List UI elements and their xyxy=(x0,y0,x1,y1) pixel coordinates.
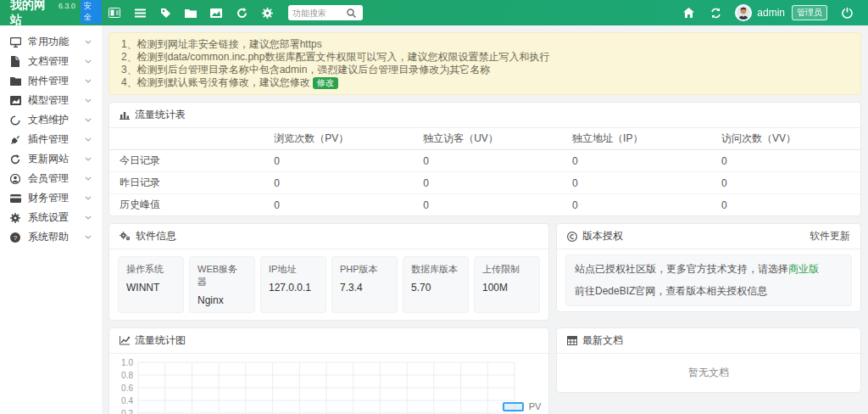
traffic-chart-panel: 流量统计图 1.00.80.60.40.20-0.2-0.4-0.6-0.8-1… xyxy=(108,327,549,414)
info-card-php: PHP版本 7.3.4 xyxy=(331,256,398,313)
list-icon[interactable] xyxy=(127,0,153,25)
user-avatar[interactable] xyxy=(735,4,752,21)
sidebar-item-label: 系统帮助 xyxy=(28,230,85,244)
chevron-down-icon xyxy=(85,98,92,103)
refresh-icon[interactable] xyxy=(229,0,254,25)
panel-title: 版本授权 xyxy=(582,229,623,243)
table-row: 历史峰值 0 0 0 0 xyxy=(109,194,860,216)
svg-text:1.0: 1.0 xyxy=(121,358,133,367)
col-header-uv: 独立访客（UV） xyxy=(413,128,562,150)
cell-value: 0 xyxy=(562,172,711,194)
software-info-header: 软件信息 xyxy=(109,224,548,249)
sidebar-item-label: 更新网站 xyxy=(28,152,85,166)
user-icon xyxy=(10,174,22,184)
cell-value: 0 xyxy=(413,172,562,194)
copyright-icon xyxy=(567,232,577,242)
row-label: 昨日记录 xyxy=(109,172,264,194)
cell-value: 0 xyxy=(264,150,413,172)
tag-icon[interactable] xyxy=(153,0,178,25)
sidebar-item-plugin-management[interactable]: 插件管理 xyxy=(0,130,102,149)
search-input[interactable] xyxy=(292,8,347,18)
function-search[interactable] xyxy=(288,5,363,20)
logout-power-icon[interactable] xyxy=(834,0,860,25)
col-header-vv: 访问次数（VV） xyxy=(711,128,860,150)
security-badge[interactable]: 安全 xyxy=(81,0,102,24)
sidebar-item-label: 常用功能 xyxy=(28,35,85,49)
sidebar-item-system-settings[interactable]: 系统设置 xyxy=(0,208,102,227)
sidebar-item-system-help[interactable]: ? 系统帮助 xyxy=(0,227,102,247)
software-info-body: 操作系统 WINNT WEB服务器 Nginx IP地址 127.0.0.1 P… xyxy=(109,249,548,320)
settings-icon[interactable] xyxy=(254,0,280,25)
plug-icon xyxy=(10,135,22,145)
legend-swatch xyxy=(503,402,524,411)
cell-value: 0 xyxy=(711,172,860,194)
site-version: 6.3.0 xyxy=(58,2,75,10)
sidebar-item-document-maintenance[interactable]: 文档维护 xyxy=(0,110,102,130)
chart-icon[interactable] xyxy=(203,0,229,25)
sidebar-item-update-site[interactable]: 更新网站 xyxy=(0,149,102,169)
sidebar-item-attachment-management[interactable]: 附件管理 xyxy=(0,71,102,91)
legend-item-pv[interactable]: PV xyxy=(503,401,542,411)
traffic-stats-header: 流量统计表 xyxy=(109,103,860,128)
row-label: 历史峰值 xyxy=(109,194,264,216)
info-card-os: 操作系统 WINNT xyxy=(118,256,184,313)
traffic-stats-panel: 流量统计表 浏览次数（PV） 独立访客（UV） 独立地址（IP） 访问次数（VV… xyxy=(108,102,861,216)
col-header-pv: 浏览次数（PV） xyxy=(264,128,413,150)
sidebar-item-document-management[interactable]: 文档管理 xyxy=(0,52,102,71)
file-icon xyxy=(10,56,22,67)
sidebar-item-label: 财务管理 xyxy=(28,191,85,205)
notice-line: 3、检测到后台管理目录名称中包含admin，强烈建议后台管理目录修改为其它名称 xyxy=(121,64,849,76)
table-header-row: 浏览次数（PV） 独立访客（UV） 独立地址（IP） 访问次数（VV） xyxy=(109,128,860,150)
sidebar-item-label: 系统设置 xyxy=(28,210,85,225)
sidebar-item-label: 模型管理 xyxy=(28,93,85,108)
role-badge: 管理员 xyxy=(792,5,827,20)
folder-icon xyxy=(10,76,22,86)
svg-text:0.6: 0.6 xyxy=(121,383,133,393)
credit-card-icon xyxy=(10,194,22,203)
gears-icon xyxy=(120,232,131,241)
cell-value: 0 xyxy=(413,194,562,216)
sidebar-item-label: 插件管理 xyxy=(28,132,85,147)
sidebar-item-label: 附件管理 xyxy=(28,74,85,88)
question-icon: ? xyxy=(10,232,22,243)
topbar-user-area: admin 管理员 xyxy=(676,0,868,25)
license-line2: 前往DedeBIZ官网，查看版本相关授权信息 xyxy=(575,284,843,299)
sync-icon[interactable] xyxy=(703,0,728,25)
sidebar-item-model-management[interactable]: 模型管理 xyxy=(0,91,102,110)
gear-icon xyxy=(10,213,22,223)
latest-docs-panel: 最新文档 暂无文档 xyxy=(556,327,861,393)
home-icon[interactable] xyxy=(676,0,701,25)
table-icon xyxy=(567,336,577,345)
chevron-down-icon xyxy=(85,59,92,64)
info-card-upload: 上传限制 100M xyxy=(474,256,540,313)
sidebar-item-common-functions[interactable]: 常用功能 xyxy=(0,32,102,52)
panel-title: 流量统计图 xyxy=(135,333,186,348)
site-logo[interactable]: 我的网站 6.3.0 安全 xyxy=(0,0,102,28)
cell-value: 0 xyxy=(264,172,413,194)
fix-button[interactable]: 修改 xyxy=(313,77,338,89)
panel-title: 流量统计表 xyxy=(135,108,186,122)
chevron-down-icon xyxy=(85,157,92,161)
search-icon[interactable] xyxy=(347,8,356,18)
col-header-empty xyxy=(109,128,264,150)
software-update-link[interactable]: 软件更新 xyxy=(810,229,850,243)
folder-icon[interactable] xyxy=(178,0,203,25)
notice-line: 4、检测到默认账号没有修改，建议您修改 修改 xyxy=(121,76,849,89)
chevron-down-icon xyxy=(85,79,92,83)
info-card-webserver: WEB服务器 Nginx xyxy=(189,256,255,313)
svg-text:0.2: 0.2 xyxy=(121,409,133,414)
info-card-db: 数据库版本 5.70 xyxy=(403,256,469,313)
traffic-chart-header: 流量统计图 xyxy=(109,328,548,354)
sidebar-item-member-management[interactable]: 会员管理 xyxy=(0,169,102,188)
traffic-chart-body: 1.00.80.60.40.20-0.2-0.4-0.6-0.8-1.0 PVU… xyxy=(109,354,548,414)
sidebar-item-finance-management[interactable]: 财务管理 xyxy=(0,188,102,208)
collapse-sidebar-icon[interactable] xyxy=(102,0,127,25)
traffic-stats-table: 浏览次数（PV） 独立访客（UV） 独立地址（IP） 访问次数（VV） 今日记录… xyxy=(109,128,860,215)
col-header-ip: 独立地址（IP） xyxy=(562,128,711,150)
legend-label: PV xyxy=(529,401,542,411)
commercial-version-link[interactable]: 商业版 xyxy=(788,263,819,275)
username[interactable]: admin xyxy=(757,7,785,19)
desktop-icon xyxy=(10,37,22,48)
row-label: 今日记录 xyxy=(109,150,264,172)
cell-value: 0 xyxy=(562,194,711,216)
